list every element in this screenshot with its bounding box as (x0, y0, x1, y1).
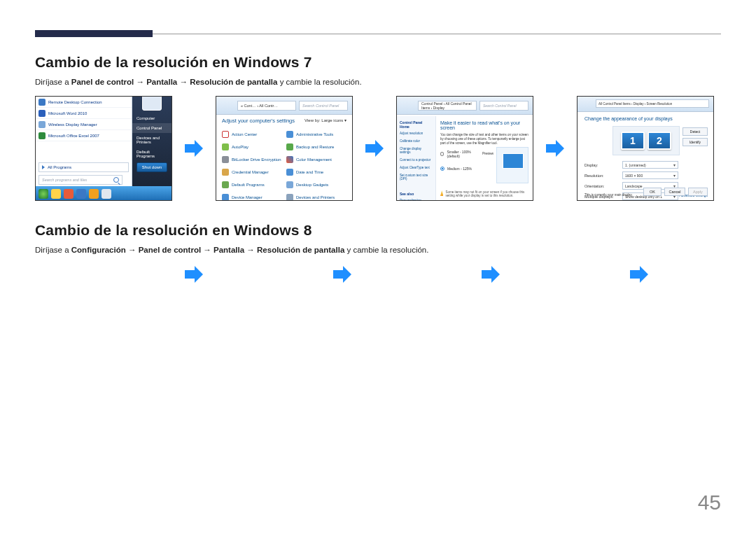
main-display-note: This is currently your main display. (584, 193, 633, 197)
win8-steps-row (35, 264, 721, 285)
label: Backup and Restore (296, 145, 334, 149)
credential-icon (222, 169, 229, 176)
side-item: Devices and Printers (132, 133, 172, 147)
apply-button: Apply (688, 188, 708, 196)
label: Resolution: (584, 174, 618, 178)
placeholder: Search programs and files (42, 178, 87, 182)
text: y cambie la resolución. (346, 246, 428, 254)
label: Medium - 125% (447, 167, 472, 171)
step-arrow (624, 264, 654, 285)
label: Default Programs (232, 183, 265, 187)
warning: Some items may not fit on your screen if… (440, 190, 528, 197)
cp-item: Default Programs (222, 179, 282, 190)
path-resolucion: Resolución de pantalla (190, 78, 277, 86)
side-link: Personalization (400, 199, 433, 201)
screenshot-start-menu: Remote Desktop Connection Microsoft Word… (35, 96, 172, 201)
menu-item: Remote Desktop Connection (36, 97, 132, 108)
label: AutoPlay (232, 145, 248, 149)
monitor-1-icon: 1 (621, 132, 645, 150)
autoplay-icon (222, 143, 229, 150)
arrow-sep: → (246, 246, 257, 254)
bitlocker-icon (222, 156, 229, 163)
path-pantalla: Pantalla (146, 78, 177, 86)
label: Microsoft Word 2010 (48, 111, 87, 115)
label: Wireless Display Manager (48, 122, 97, 127)
path-panel-control: Panel de control (71, 78, 134, 86)
step-arrow (476, 264, 505, 285)
side-panel: Control Panel Home Adjust resolution Cal… (397, 116, 436, 200)
flag-icon (222, 131, 229, 138)
side-item: Control Panel (132, 123, 172, 133)
label: Devices and Printers (296, 195, 335, 199)
section2-title: Cambio de la resolución en Windows 8 (35, 222, 721, 239)
app-icon (38, 110, 46, 117)
label: Display: (584, 163, 618, 167)
value: 1. (unnamed) (625, 163, 646, 167)
screenshot-display-panel: Control Panel › All Control Panel Items … (396, 96, 533, 201)
label: Color Management (296, 157, 332, 162)
search-box: Search programs and files (38, 175, 122, 185)
ok-button: OK (643, 188, 662, 196)
path-configuracion: Configuración (71, 246, 126, 254)
form-row: Resolution:1600 × 900 (584, 171, 706, 179)
arrow-sep: → (203, 246, 214, 254)
label: Device Manager (232, 195, 262, 199)
page-number: 45 (698, 491, 721, 514)
start-orb-icon (38, 189, 48, 199)
identify-button: Identify (682, 138, 708, 146)
side-header: Control Panel Home (400, 120, 433, 129)
label: Remote Desktop Connection (48, 100, 102, 104)
label: Action Center (232, 132, 257, 136)
side-link: Connect to a projector (400, 158, 433, 162)
app-icon (38, 121, 46, 128)
breadcrumb: Control Panel › All Control Panel Items … (421, 101, 473, 110)
search-box: Search Control Panel (479, 101, 528, 111)
tools-icon (286, 131, 293, 138)
section1-title: Cambio de la resolución en Windows 7 (35, 54, 721, 71)
address-bar: « Cont… › All Contr… (237, 101, 296, 111)
cp-item: Devices and Printers (286, 192, 346, 201)
app-icon (38, 99, 46, 106)
cp-item: Device Manager (222, 192, 282, 201)
menu-item: Wireless Display Manager (36, 119, 132, 130)
side-link: Adjust resolution (400, 132, 433, 135)
path-resolucion: Resolución de pantalla (257, 246, 344, 254)
monitor-preview: 1 2 (612, 126, 680, 155)
warning-icon (440, 190, 443, 196)
label: Credential Manager (232, 170, 269, 174)
triangle-icon (42, 165, 45, 169)
address-bar: All Control Panel Items › Display › Scre… (596, 99, 709, 108)
radio-icon-selected (440, 167, 444, 171)
see-also: See also (400, 192, 433, 196)
side-link: Calibrate color (400, 139, 433, 143)
value: 1600 × 900 (625, 174, 643, 178)
cp-item: Credential Manager (222, 167, 282, 178)
shutdown-button: Shut down (136, 162, 167, 172)
monitor-2-icon: 2 (648, 132, 671, 150)
label: All Programs (48, 165, 71, 169)
cp-item: Administrative Tools (286, 129, 346, 140)
screenshot-screen-resolution: All Control Panel Items › Display › Scre… (577, 96, 714, 201)
step-arrow (328, 264, 357, 285)
dropdown: 1600 × 900 (622, 171, 678, 179)
win7-steps-row: Remote Desktop Connection Microsoft Word… (35, 96, 721, 201)
path-pantalla: Pantalla (214, 246, 244, 254)
arrow-sep: → (128, 246, 139, 254)
side-link: Change display settings (400, 147, 433, 154)
taskbar-icon (102, 189, 111, 199)
monitor-preview-icon (503, 153, 524, 169)
clock-icon (286, 169, 293, 176)
detect-button: Detect (682, 127, 708, 136)
label: Date and Time (296, 170, 323, 174)
taskbar (36, 186, 172, 200)
main-description: You can change the size of text and othe… (440, 133, 528, 146)
cp-item: Backup and Restore (286, 141, 346, 153)
section1-instruction: Diríjase a Panel de control → Pantalla →… (35, 78, 721, 86)
label: Desktop Gadgets (296, 183, 328, 187)
step-arrow (179, 264, 209, 285)
viewby-label: View by: Large icons ▾ (304, 118, 346, 122)
taskbar-icon (64, 189, 74, 199)
label: BitLocker Drive Encryption (232, 157, 281, 162)
taskbar-icon (89, 189, 99, 199)
step-arrow (360, 138, 389, 159)
